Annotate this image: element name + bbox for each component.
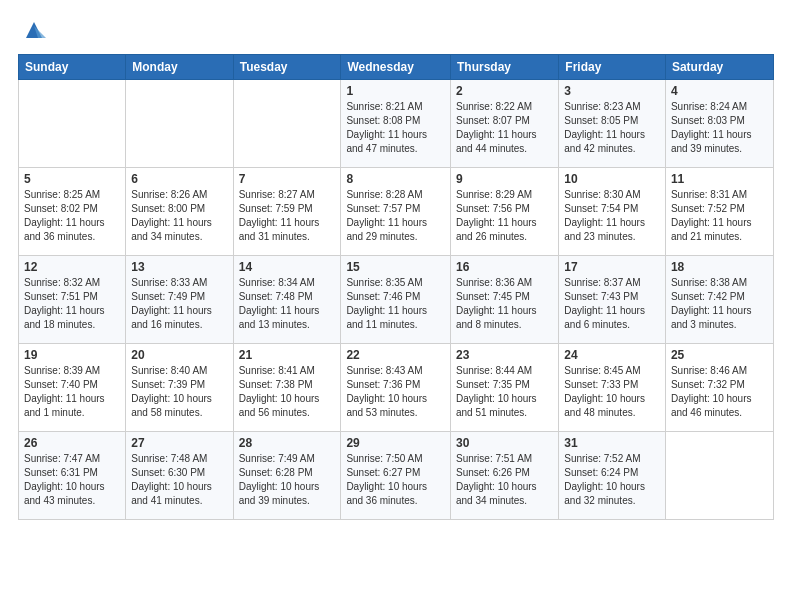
calendar-cell: 16Sunrise: 8:36 AM Sunset: 7:45 PM Dayli… bbox=[450, 256, 558, 344]
day-number: 25 bbox=[671, 348, 768, 362]
calendar-week-4: 26Sunrise: 7:47 AM Sunset: 6:31 PM Dayli… bbox=[19, 432, 774, 520]
day-number: 7 bbox=[239, 172, 336, 186]
logo-icon bbox=[20, 16, 48, 44]
day-info: Sunrise: 8:27 AM Sunset: 7:59 PM Dayligh… bbox=[239, 188, 336, 244]
day-number: 29 bbox=[346, 436, 445, 450]
day-number: 27 bbox=[131, 436, 227, 450]
day-number: 21 bbox=[239, 348, 336, 362]
calendar-cell: 31Sunrise: 7:52 AM Sunset: 6:24 PM Dayli… bbox=[559, 432, 666, 520]
calendar-cell: 3Sunrise: 8:23 AM Sunset: 8:05 PM Daylig… bbox=[559, 80, 666, 168]
calendar-header-tuesday: Tuesday bbox=[233, 55, 341, 80]
calendar-cell: 4Sunrise: 8:24 AM Sunset: 8:03 PM Daylig… bbox=[665, 80, 773, 168]
day-info: Sunrise: 8:21 AM Sunset: 8:08 PM Dayligh… bbox=[346, 100, 445, 156]
day-info: Sunrise: 8:35 AM Sunset: 7:46 PM Dayligh… bbox=[346, 276, 445, 332]
day-info: Sunrise: 8:32 AM Sunset: 7:51 PM Dayligh… bbox=[24, 276, 120, 332]
day-info: Sunrise: 7:51 AM Sunset: 6:26 PM Dayligh… bbox=[456, 452, 553, 508]
calendar-cell: 7Sunrise: 8:27 AM Sunset: 7:59 PM Daylig… bbox=[233, 168, 341, 256]
day-number: 20 bbox=[131, 348, 227, 362]
day-number: 28 bbox=[239, 436, 336, 450]
day-number: 5 bbox=[24, 172, 120, 186]
day-info: Sunrise: 8:37 AM Sunset: 7:43 PM Dayligh… bbox=[564, 276, 660, 332]
day-info: Sunrise: 8:44 AM Sunset: 7:35 PM Dayligh… bbox=[456, 364, 553, 420]
calendar: SundayMondayTuesdayWednesdayThursdayFrid… bbox=[18, 54, 774, 520]
calendar-cell: 6Sunrise: 8:26 AM Sunset: 8:00 PM Daylig… bbox=[126, 168, 233, 256]
calendar-cell: 12Sunrise: 8:32 AM Sunset: 7:51 PM Dayli… bbox=[19, 256, 126, 344]
calendar-cell: 10Sunrise: 8:30 AM Sunset: 7:54 PM Dayli… bbox=[559, 168, 666, 256]
calendar-cell bbox=[233, 80, 341, 168]
day-info: Sunrise: 8:45 AM Sunset: 7:33 PM Dayligh… bbox=[564, 364, 660, 420]
calendar-cell: 29Sunrise: 7:50 AM Sunset: 6:27 PM Dayli… bbox=[341, 432, 451, 520]
calendar-cell: 22Sunrise: 8:43 AM Sunset: 7:36 PM Dayli… bbox=[341, 344, 451, 432]
day-number: 13 bbox=[131, 260, 227, 274]
calendar-cell: 30Sunrise: 7:51 AM Sunset: 6:26 PM Dayli… bbox=[450, 432, 558, 520]
day-info: Sunrise: 7:49 AM Sunset: 6:28 PM Dayligh… bbox=[239, 452, 336, 508]
day-number: 14 bbox=[239, 260, 336, 274]
calendar-cell: 18Sunrise: 8:38 AM Sunset: 7:42 PM Dayli… bbox=[665, 256, 773, 344]
calendar-header-saturday: Saturday bbox=[665, 55, 773, 80]
day-info: Sunrise: 8:39 AM Sunset: 7:40 PM Dayligh… bbox=[24, 364, 120, 420]
day-number: 24 bbox=[564, 348, 660, 362]
day-info: Sunrise: 8:46 AM Sunset: 7:32 PM Dayligh… bbox=[671, 364, 768, 420]
calendar-week-1: 5Sunrise: 8:25 AM Sunset: 8:02 PM Daylig… bbox=[19, 168, 774, 256]
day-info: Sunrise: 8:38 AM Sunset: 7:42 PM Dayligh… bbox=[671, 276, 768, 332]
day-info: Sunrise: 8:26 AM Sunset: 8:00 PM Dayligh… bbox=[131, 188, 227, 244]
day-info: Sunrise: 8:36 AM Sunset: 7:45 PM Dayligh… bbox=[456, 276, 553, 332]
calendar-week-0: 1Sunrise: 8:21 AM Sunset: 8:08 PM Daylig… bbox=[19, 80, 774, 168]
day-number: 2 bbox=[456, 84, 553, 98]
day-info: Sunrise: 8:24 AM Sunset: 8:03 PM Dayligh… bbox=[671, 100, 768, 156]
calendar-cell: 24Sunrise: 8:45 AM Sunset: 7:33 PM Dayli… bbox=[559, 344, 666, 432]
calendar-cell: 5Sunrise: 8:25 AM Sunset: 8:02 PM Daylig… bbox=[19, 168, 126, 256]
calendar-header-row: SundayMondayTuesdayWednesdayThursdayFrid… bbox=[19, 55, 774, 80]
day-info: Sunrise: 7:48 AM Sunset: 6:30 PM Dayligh… bbox=[131, 452, 227, 508]
calendar-week-3: 19Sunrise: 8:39 AM Sunset: 7:40 PM Dayli… bbox=[19, 344, 774, 432]
day-number: 4 bbox=[671, 84, 768, 98]
day-number: 8 bbox=[346, 172, 445, 186]
calendar-cell: 17Sunrise: 8:37 AM Sunset: 7:43 PM Dayli… bbox=[559, 256, 666, 344]
day-number: 16 bbox=[456, 260, 553, 274]
header bbox=[18, 16, 774, 44]
day-number: 9 bbox=[456, 172, 553, 186]
day-number: 6 bbox=[131, 172, 227, 186]
page: SundayMondayTuesdayWednesdayThursdayFrid… bbox=[0, 0, 792, 612]
day-number: 31 bbox=[564, 436, 660, 450]
day-info: Sunrise: 8:34 AM Sunset: 7:48 PM Dayligh… bbox=[239, 276, 336, 332]
calendar-header-wednesday: Wednesday bbox=[341, 55, 451, 80]
calendar-cell: 26Sunrise: 7:47 AM Sunset: 6:31 PM Dayli… bbox=[19, 432, 126, 520]
day-info: Sunrise: 7:50 AM Sunset: 6:27 PM Dayligh… bbox=[346, 452, 445, 508]
calendar-cell: 21Sunrise: 8:41 AM Sunset: 7:38 PM Dayli… bbox=[233, 344, 341, 432]
day-number: 23 bbox=[456, 348, 553, 362]
day-info: Sunrise: 8:30 AM Sunset: 7:54 PM Dayligh… bbox=[564, 188, 660, 244]
calendar-header-thursday: Thursday bbox=[450, 55, 558, 80]
calendar-cell: 1Sunrise: 8:21 AM Sunset: 8:08 PM Daylig… bbox=[341, 80, 451, 168]
day-info: Sunrise: 8:43 AM Sunset: 7:36 PM Dayligh… bbox=[346, 364, 445, 420]
calendar-header-friday: Friday bbox=[559, 55, 666, 80]
calendar-cell: 27Sunrise: 7:48 AM Sunset: 6:30 PM Dayli… bbox=[126, 432, 233, 520]
calendar-cell: 15Sunrise: 8:35 AM Sunset: 7:46 PM Dayli… bbox=[341, 256, 451, 344]
day-info: Sunrise: 7:47 AM Sunset: 6:31 PM Dayligh… bbox=[24, 452, 120, 508]
day-number: 18 bbox=[671, 260, 768, 274]
day-number: 11 bbox=[671, 172, 768, 186]
day-info: Sunrise: 8:28 AM Sunset: 7:57 PM Dayligh… bbox=[346, 188, 445, 244]
day-info: Sunrise: 8:29 AM Sunset: 7:56 PM Dayligh… bbox=[456, 188, 553, 244]
day-info: Sunrise: 8:41 AM Sunset: 7:38 PM Dayligh… bbox=[239, 364, 336, 420]
day-info: Sunrise: 8:31 AM Sunset: 7:52 PM Dayligh… bbox=[671, 188, 768, 244]
calendar-cell bbox=[19, 80, 126, 168]
calendar-cell: 14Sunrise: 8:34 AM Sunset: 7:48 PM Dayli… bbox=[233, 256, 341, 344]
calendar-cell bbox=[665, 432, 773, 520]
calendar-cell: 25Sunrise: 8:46 AM Sunset: 7:32 PM Dayli… bbox=[665, 344, 773, 432]
day-number: 1 bbox=[346, 84, 445, 98]
day-number: 15 bbox=[346, 260, 445, 274]
calendar-cell: 19Sunrise: 8:39 AM Sunset: 7:40 PM Dayli… bbox=[19, 344, 126, 432]
day-number: 30 bbox=[456, 436, 553, 450]
calendar-cell: 23Sunrise: 8:44 AM Sunset: 7:35 PM Dayli… bbox=[450, 344, 558, 432]
day-info: Sunrise: 8:40 AM Sunset: 7:39 PM Dayligh… bbox=[131, 364, 227, 420]
calendar-cell: 28Sunrise: 7:49 AM Sunset: 6:28 PM Dayli… bbox=[233, 432, 341, 520]
calendar-header-sunday: Sunday bbox=[19, 55, 126, 80]
calendar-cell bbox=[126, 80, 233, 168]
calendar-week-2: 12Sunrise: 8:32 AM Sunset: 7:51 PM Dayli… bbox=[19, 256, 774, 344]
day-info: Sunrise: 7:52 AM Sunset: 6:24 PM Dayligh… bbox=[564, 452, 660, 508]
day-number: 26 bbox=[24, 436, 120, 450]
calendar-cell: 13Sunrise: 8:33 AM Sunset: 7:49 PM Dayli… bbox=[126, 256, 233, 344]
calendar-cell: 11Sunrise: 8:31 AM Sunset: 7:52 PM Dayli… bbox=[665, 168, 773, 256]
day-number: 3 bbox=[564, 84, 660, 98]
